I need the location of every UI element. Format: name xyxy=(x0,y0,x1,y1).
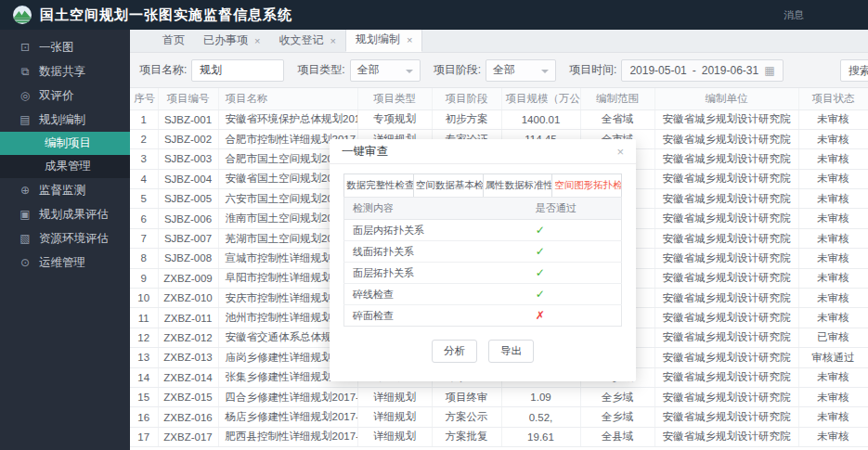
table-cell: ZXBZ-010 xyxy=(158,289,218,308)
check-result-cell: ✓ xyxy=(527,241,622,263)
table-cell: ZXBZ-013 xyxy=(158,348,218,367)
check-item-label: 碎面检查 xyxy=(344,305,527,327)
table-cell: 安徽省城乡规划设计研究院 xyxy=(654,129,798,148)
table-cell: 6 xyxy=(130,209,158,228)
sidebar-item[interactable]: ▣规划成果评估 xyxy=(0,202,130,226)
table-cell: 13 xyxy=(130,348,158,367)
table-cell: 全县域 xyxy=(580,427,654,446)
check-item-label: 面层拓扑关系 xyxy=(344,263,527,284)
tab-item[interactable]: 已办事项× xyxy=(194,30,269,52)
modal-tab-active[interactable]: 空间图形拓扑检查 xyxy=(552,174,621,197)
sidebar-item[interactable]: ◎双评价 xyxy=(0,84,130,108)
table-cell: 安徽省城乡规划设计研究院 xyxy=(654,328,798,347)
export-button[interactable]: 导出 xyxy=(488,340,534,363)
table-cell: 安徽省城乡规划设计研究院 xyxy=(654,289,798,308)
project-time-label: 项目时间: xyxy=(569,62,616,78)
table-cell: 安徽省城乡规划设计研究院 xyxy=(654,109,798,129)
modal-body: 数据完整性检查空间数据基本检查属性数据标准性检查空间图形拓扑检查 检测内容是否通… xyxy=(330,164,636,381)
table-cell: 项目终审 xyxy=(432,387,501,406)
table-cell: 安徽省环境保护总体规划2017-2035 xyxy=(218,109,357,129)
close-tab-icon[interactable]: × xyxy=(407,34,412,45)
table-cell: 3 xyxy=(130,149,158,169)
table-cell: 未审核 xyxy=(798,249,868,268)
table-cell: 未审核 xyxy=(798,109,868,129)
sidebar-item-label: 编制项目 xyxy=(45,135,91,151)
table-cell: 专项规划 xyxy=(357,109,432,129)
analyze-button[interactable]: 分析 xyxy=(432,340,477,363)
table-cell: 5 xyxy=(130,189,158,209)
sidebar-item[interactable]: ⧉数据共享 xyxy=(0,59,130,84)
table-cell: 11 xyxy=(130,308,158,328)
modal-tab[interactable]: 空间数据基本检查 xyxy=(414,174,484,197)
sidebar-item-label: 数据共享 xyxy=(39,64,85,80)
calendar-icon: ▦ xyxy=(764,64,774,77)
table-cell: 19.61 xyxy=(501,427,580,446)
table-cell: 17 xyxy=(130,427,158,446)
check-icon: ✓ xyxy=(536,245,545,258)
project-type-value: 全部 xyxy=(357,62,380,78)
sidebar-item-active[interactable]: 编制项目 xyxy=(0,132,130,155)
table-cell: SJBZ-002 xyxy=(158,129,218,148)
sidebar-item[interactable]: ⊡一张图 xyxy=(0,35,130,59)
tab-bar: 首页已办事项×收文登记×规划编制× xyxy=(130,30,868,53)
modal-tab[interactable]: 属性数据标准性检查 xyxy=(484,174,553,197)
data-share-icon: ⧉ xyxy=(19,65,32,78)
tab-item[interactable]: 首页 xyxy=(153,30,194,52)
sidebar-item-label: 规划成果评估 xyxy=(39,207,109,223)
table-cell: 安徽省城乡规划设计研究院 xyxy=(654,427,798,446)
check-table-body: 面层内拓扑关系✓线面拓扑关系✓面层拓扑关系✓碎线检查✓碎面检查✗ xyxy=(344,220,622,327)
sidebar-item[interactable]: 成果管理 xyxy=(0,155,130,178)
project-phase-label: 项目阶段: xyxy=(434,62,481,78)
table-cell: 安徽省城乡规划设计研究院 xyxy=(654,149,798,169)
table-cell: 初步方案 xyxy=(432,109,501,129)
messages-link[interactable]: 消息 xyxy=(784,8,804,22)
check-column-header: 检测内容 xyxy=(344,198,527,220)
table-cell: 7 xyxy=(130,228,158,248)
close-tab-icon[interactable]: × xyxy=(254,35,260,46)
monitor-icon: ⊕ xyxy=(19,184,32,197)
plan-compile-icon: ▤ xyxy=(19,113,32,126)
table-cell: 全省域 xyxy=(580,109,654,129)
check-icon: ✓ xyxy=(536,224,545,237)
check-row: 线面拓扑关系✓ xyxy=(344,241,622,263)
project-phase-select[interactable]: 全部 xyxy=(486,59,556,82)
table-cell: SJBZ-007 xyxy=(158,228,218,248)
column-header: 项目状态 xyxy=(798,88,868,109)
project-type-select[interactable]: 全部 xyxy=(350,59,421,82)
check-result-cell: ✗ xyxy=(527,305,622,327)
sidebar-item[interactable]: ▧资源环境评估 xyxy=(0,226,130,251)
check-row: 碎面检查✗ xyxy=(344,305,622,327)
table-cell: 14 xyxy=(130,367,158,387)
tab-active[interactable]: 规划编制× xyxy=(345,30,422,52)
table-cell: ZXBZ-009 xyxy=(158,268,218,288)
table-cell: 未审核 xyxy=(798,149,868,169)
sidebar-item-label: 一张图 xyxy=(39,40,74,56)
tab-label: 规划编制 xyxy=(356,32,400,47)
table-row[interactable]: 1SJBZ-001安徽省环境保护总体规划2017-2035专项规划初步方案140… xyxy=(130,109,868,129)
project-name-label: 项目名称: xyxy=(139,62,187,78)
search-button[interactable]: 搜索 xyxy=(840,59,868,82)
table-cell: 9 xyxy=(130,268,158,288)
sidebar-item-label: 成果管理 xyxy=(45,159,91,174)
tab-item[interactable]: 收文登记× xyxy=(269,30,344,52)
table-row[interactable]: 16ZXBZ-016杨店乡修建性详细规划2017-2025详细规划方案公示0.5… xyxy=(130,407,868,427)
table-row[interactable]: 17ZXBZ-017肥西县控制性详细规划2017-2025详细规划方案批复19.… xyxy=(130,427,868,446)
sidebar-item[interactable]: ▤规划编制 xyxy=(0,108,130,132)
close-tab-icon[interactable]: × xyxy=(330,35,335,46)
app-root: 国土空间规划一张图实施监督信息系统 消息 ⊡一张图⧉数据共享◎双评价▤规划编制编… xyxy=(0,0,868,450)
project-name-input[interactable]: 规划 xyxy=(191,59,284,82)
column-header: 编制单位 xyxy=(654,88,798,109)
modal-tab[interactable]: 数据完整性检查 xyxy=(344,174,414,197)
sidebar-item[interactable]: ⊙运维管理 xyxy=(0,251,130,275)
project-time-range-picker[interactable]: 2019-05-01 - 2019-06-31 ▦ xyxy=(621,59,783,82)
table-header-row: 序号项目编号项目名称项目类型项目阶段项目规模（万公顷）编制范围编制单位项目状态 xyxy=(130,88,868,109)
sidebar-item[interactable]: ⊕监督监测 xyxy=(0,178,130,202)
review-modal: 一键审查 × 数据完整性检查空间数据基本检查属性数据标准性检查空间图形拓扑检查 … xyxy=(330,139,636,381)
check-icon: ✓ xyxy=(536,288,545,301)
project-name-value: 规划 xyxy=(200,62,222,78)
check-column-header: 是否通过 xyxy=(527,198,622,220)
close-icon[interactable]: × xyxy=(616,145,624,159)
table-row[interactable]: 15ZXBZ-015四合乡修建性详细规划2017-2025详细规划项目终审1.0… xyxy=(130,387,868,406)
check-table-header-row: 检测内容是否通过 xyxy=(344,198,622,220)
table-cell: 安徽省城乡规划设计研究院 xyxy=(654,228,798,248)
